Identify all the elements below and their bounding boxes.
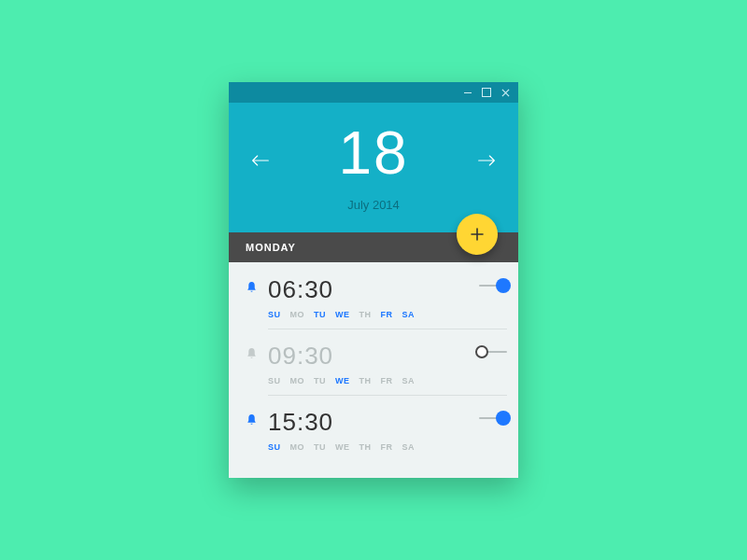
alarm-content: 06:30SUMOTUWETHFRSA: [268, 275, 455, 319]
day-fr[interactable]: FR: [381, 376, 393, 385]
alarm-widget: 18 July 2014 MONDAY 06:30SUMOTUWETHFRSA0…: [229, 82, 518, 478]
day-we[interactable]: WE: [335, 310, 350, 319]
plus-icon: [470, 227, 485, 242]
day-su[interactable]: SU: [268, 310, 281, 319]
day-su[interactable]: SU: [268, 376, 281, 385]
day-su[interactable]: SU: [268, 442, 281, 452]
weekday-bar: MONDAY: [229, 232, 518, 262]
alarm-days: SUMOTUWETHFRSA: [268, 442, 455, 452]
alarm-time[interactable]: 15:30: [268, 408, 455, 437]
day-tu[interactable]: TU: [314, 442, 326, 452]
day-sa[interactable]: SA: [402, 376, 416, 385]
day-th[interactable]: TH: [359, 310, 372, 319]
alarm-time[interactable]: 09:30: [268, 342, 455, 371]
day-fr[interactable]: FR: [381, 310, 393, 319]
day-th[interactable]: TH: [359, 376, 372, 385]
window-close-icon[interactable]: [500, 87, 511, 98]
day-sa[interactable]: SA: [402, 442, 416, 452]
day-fr[interactable]: FR: [381, 442, 393, 452]
day-we[interactable]: WE: [335, 376, 350, 385]
alarm-row: 09:30SUMOTUWETHFRSA: [229, 329, 518, 395]
arrow-left-icon: [251, 154, 270, 167]
day-tu[interactable]: TU: [314, 310, 326, 319]
alarm-row: 06:30SUMOTUWETHFRSA: [229, 262, 518, 329]
alarm-list: 06:30SUMOTUWETHFRSA09:30SUMOTUWETHFRSA15…: [229, 262, 518, 478]
month-year-label: July 2014: [229, 198, 518, 212]
alarm-content: 09:30SUMOTUWETHFRSA: [268, 342, 455, 385]
day-sa[interactable]: SA: [402, 310, 416, 319]
window-minimize-icon[interactable]: [462, 87, 473, 98]
arrow-right-icon: [477, 154, 496, 167]
window-titlebar: [229, 82, 518, 103]
day-mo[interactable]: MO: [290, 376, 305, 385]
bell-icon: [234, 408, 268, 427]
alarm-content: 15:30SUMOTUWETHFRSA: [268, 408, 455, 452]
weekday-label: MONDAY: [246, 242, 296, 253]
next-day-button[interactable]: [473, 147, 500, 174]
alarm-toggle[interactable]: [455, 342, 507, 353]
day-th[interactable]: TH: [359, 442, 372, 452]
day-mo[interactable]: MO: [290, 310, 305, 319]
window-maximize-icon[interactable]: [481, 87, 492, 98]
prev-day-button[interactable]: [247, 147, 274, 174]
bell-icon: [234, 275, 268, 294]
day-mo[interactable]: MO: [290, 442, 305, 452]
alarm-days: SUMOTUWETHFRSA: [268, 310, 455, 319]
day-tu[interactable]: TU: [314, 376, 326, 385]
day-we[interactable]: WE: [335, 442, 350, 452]
add-alarm-button[interactable]: [457, 214, 498, 255]
alarm-toggle[interactable]: [455, 408, 507, 419]
alarm-time[interactable]: 06:30: [268, 275, 455, 304]
bell-icon: [234, 342, 268, 360]
alarm-row: 15:30SUMOTUWETHFRSA: [229, 395, 518, 461]
alarm-days: SUMOTUWETHFRSA: [268, 376, 455, 385]
alarm-toggle[interactable]: [455, 275, 507, 287]
